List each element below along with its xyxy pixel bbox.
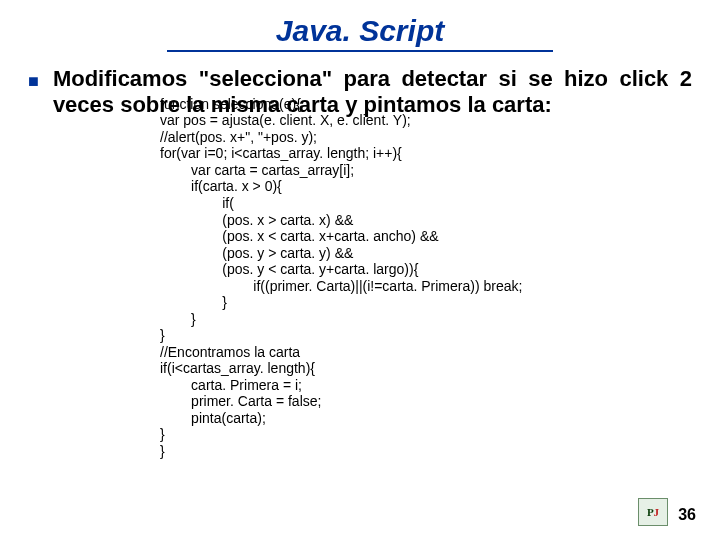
code-block: function selecciona(e){ var pos = ajusta…	[160, 96, 692, 459]
slide-title: Java. Script	[167, 14, 552, 52]
slide: Java. Script ■ Modificamos "selecciona" …	[0, 0, 720, 540]
code-block-wrap: function selecciona(e){ var pos = ajusta…	[160, 96, 692, 459]
logo-letter-j: J	[654, 506, 660, 518]
body-row: ■ Modificamos "selecciona" para detectar…	[28, 66, 692, 118]
logo-text: PJ	[647, 506, 659, 518]
paragraph-text: Modificamos "selecciona" para detectar s…	[53, 66, 692, 118]
bullet-icon: ■	[28, 72, 39, 90]
page-number: 36	[678, 506, 696, 524]
logo-letter-p: P	[647, 506, 654, 518]
footer-logo: PJ	[638, 498, 668, 526]
